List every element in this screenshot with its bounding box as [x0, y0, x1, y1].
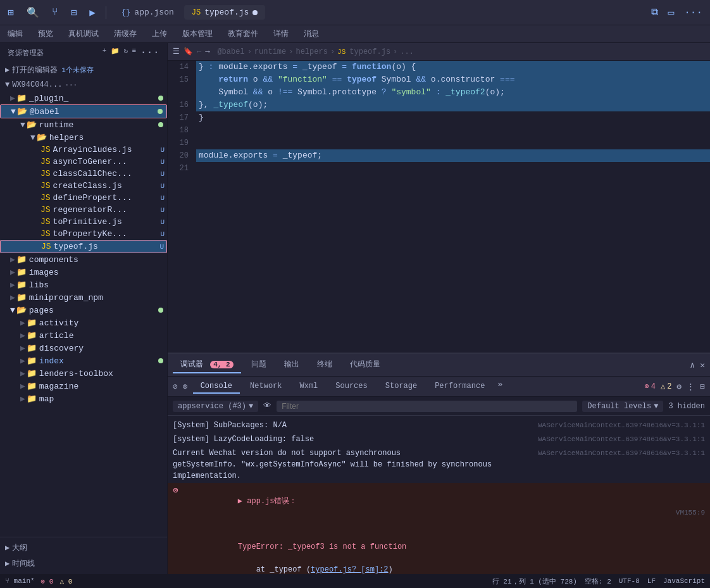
menu-upload[interactable]: 上传 [149, 27, 170, 41]
sidebar-item-lenders[interactable]: ▶ 📁 lenders-toolbox [0, 367, 167, 380]
tab-terminal[interactable]: 终端 [309, 356, 340, 373]
filter-input[interactable] [277, 401, 577, 412]
status-errors[interactable]: ⊗ 0 [41, 577, 54, 585]
root-label: WX94C044... [12, 80, 62, 89]
sidebar-item-libs[interactable]: ▶ 📁 libs [0, 278, 167, 291]
sidebar-item-regenerator[interactable]: JS regeneratorR... U [0, 204, 167, 216]
sidebar-item-magazine[interactable]: ▶ 📁 magazine [0, 380, 167, 392]
status-language[interactable]: JavaScript [663, 577, 705, 585]
open-editors-section[interactable]: ▶ 打开的编辑器 1个未保存 [0, 62, 167, 78]
stop-icon[interactable]: ⊗ [183, 382, 188, 392]
status-spaces[interactable]: 空格: 2 [585, 577, 611, 586]
run-icon[interactable]: ▶ [87, 4, 98, 22]
split-editor-icon[interactable]: ⧉ [649, 4, 661, 21]
console-more-tabs[interactable]: » [497, 380, 502, 394]
console-tab-console[interactable]: Console [193, 380, 240, 394]
console-src-3[interactable]: WAServiceMainContext…639748616&v=3.3.1:1 [538, 447, 705, 459]
tab-code-quality[interactable]: 代码质量 [342, 356, 388, 373]
panel-tabs: 调试器 4, 2 问题 输出 终端 代码质量 ∧ ✕ [168, 354, 710, 377]
console-tab-performance[interactable]: Performance [427, 380, 492, 394]
tab-output[interactable]: 输出 [277, 356, 307, 373]
source-control-icon[interactable]: ⑂ [49, 4, 61, 21]
sidebar-item-timeline[interactable]: ▶ 时间线 [0, 556, 167, 572]
console-tab-wxml[interactable]: Wxml [292, 380, 326, 394]
sidebar-item-map[interactable]: ▶ 📁 map [0, 392, 167, 405]
console-src-error[interactable]: VM155:9 [676, 507, 705, 518]
sidebar-item-pages[interactable]: ▼ 📂 pages [0, 304, 167, 316]
sidebar-item-typeof[interactable]: JS typeof.js U [0, 240, 167, 253]
console-tab-network[interactable]: Network [242, 380, 289, 394]
close-panel-icon[interactable]: ✕ [700, 360, 705, 370]
sidebar-item-activity[interactable]: ▶ 📁 activity [0, 316, 167, 329]
sidebar-item-toprimitive[interactable]: JS toPrimitive.js U [0, 216, 167, 228]
sidebar-item-arrayincludes[interactable]: JS Arrayincludes.js U [0, 144, 167, 156]
clear-console-icon[interactable]: ⊘ [173, 382, 178, 392]
new-file-icon[interactable]: + [103, 47, 107, 58]
layout-icon[interactable]: ▭ [666, 4, 677, 22]
sidebar-item-components[interactable]: ▶ 📁 components [0, 253, 167, 266]
menu-preview[interactable]: 预览 [35, 27, 56, 41]
sidebar-item-miniprogram[interactable]: ▶ 📁 miniprogram_npm [0, 291, 167, 304]
errors-label: ⊗ 0 [41, 577, 54, 585]
status-position[interactable]: 行 21，列 1 (选中 728) [492, 577, 577, 586]
sidebar-item-helpers[interactable]: ▼ 📂 helpers [0, 131, 167, 144]
search-icon[interactable]: 🔍 [24, 4, 42, 22]
tab-issues[interactable]: 问题 [244, 356, 274, 373]
status-warnings[interactable]: △ 0 [59, 577, 72, 585]
forward-button[interactable]: → [205, 47, 209, 56]
sidebar-item-babel[interactable]: ▼ 📂 @babel [0, 104, 167, 118]
console-src-1[interactable]: WAServiceMainContext…639748616&v=3.3.1:1 [538, 420, 705, 431]
sidebar-item-createclass[interactable]: JS createClass.js U [0, 180, 167, 192]
back-button[interactable]: ← [197, 47, 201, 56]
console-menu-icon[interactable]: ⋮ [687, 382, 695, 392]
menu-clear-cache[interactable]: 清缓存 [111, 27, 139, 41]
toggle-sidebar-icon[interactable]: ☰ [173, 47, 180, 56]
filter-eye-icon[interactable]: 👁 [263, 401, 271, 411]
map-label: map [39, 394, 167, 404]
sidebar-item-outline[interactable]: ▶ 大纲 [0, 540, 167, 556]
more-icon[interactable]: ··· [682, 4, 705, 21]
new-folder-icon[interactable]: 📁 [111, 47, 120, 58]
sidebar-item-article[interactable]: ▶ 📁 article [0, 329, 167, 342]
collapse-icon[interactable]: ≡ [132, 47, 137, 58]
menu-version[interactable]: 版本管理 [180, 27, 215, 41]
console-tab-storage[interactable]: Storage [378, 380, 425, 394]
menu-edit[interactable]: 编辑 [5, 27, 25, 41]
sidebar-item-plugin[interactable]: ▶ 📁 _plugin_ [0, 92, 167, 104]
menu-messages[interactable]: 消息 [301, 27, 321, 41]
typeof-link-1[interactable]: typeof.js? [sm]:2 [311, 565, 388, 574]
sidebar-item-index[interactable]: ▶ 📁 index [0, 354, 167, 367]
status-branch[interactable]: ⑂ main* [5, 577, 35, 585]
more-options-icon[interactable]: ··· [140, 47, 159, 58]
index-chevron: ▶ [20, 356, 25, 366]
menu-device-debug[interactable]: 真机调试 [66, 27, 101, 41]
console-settings-icon[interactable]: ⚙ [676, 382, 682, 392]
sidebar-item-images[interactable]: ▶ 📁 images [0, 266, 167, 278]
menu-details[interactable]: 详情 [271, 27, 291, 41]
console-tab-sources[interactable]: Sources [328, 380, 375, 394]
extensions-icon[interactable]: ⊟ [68, 4, 80, 22]
refresh-icon[interactable]: ↻ [123, 47, 128, 58]
console-dock-icon[interactable]: ⊟ [700, 382, 705, 392]
tab-typeof-js[interactable]: JS typeof.js [184, 5, 266, 20]
status-encoding[interactable]: UTF-8 [619, 577, 640, 585]
sidebar-item-asynctogener[interactable]: JS asyncToGener... U [0, 156, 167, 168]
console-output[interactable]: [System] SubPackages: N/A WAServiceMainC… [168, 416, 710, 574]
default-levels-btn[interactable]: Default levels ▼ [582, 401, 663, 412]
filter-service-btn[interactable]: appservice (#3) ▼ [173, 401, 258, 412]
explorer-icon[interactable]: ⊞ [5, 4, 16, 22]
sidebar-item-topropertyke[interactable]: JS toPropertyKe... U [0, 228, 167, 240]
root-folder[interactable]: ▼ WX94C044... ··· [0, 78, 167, 92]
babel-chevron: ▼ [11, 107, 16, 116]
tab-debugger[interactable]: 调试器 4, 2 [173, 356, 241, 373]
sidebar-item-defineprop[interactable]: JS definePropert... U [0, 192, 167, 204]
menu-edu[interactable]: 教育套件 [225, 27, 261, 41]
sidebar-item-runtime[interactable]: ▼ 📂 runtime [0, 118, 167, 131]
status-line-ending[interactable]: LF [647, 577, 656, 585]
collapse-panel-icon[interactable]: ∧ [690, 360, 695, 370]
console-src-2[interactable]: WAServiceMainContext…639748616&v=3.3.1:1 [538, 434, 705, 445]
sidebar-item-discovery[interactable]: ▶ 📁 discovery [0, 342, 167, 354]
sidebar-item-classcall[interactable]: JS classCallChec... U [0, 168, 167, 180]
bookmark-icon[interactable]: 🔖 [184, 47, 193, 56]
tab-app-json[interactable]: {} app.json [114, 5, 182, 20]
